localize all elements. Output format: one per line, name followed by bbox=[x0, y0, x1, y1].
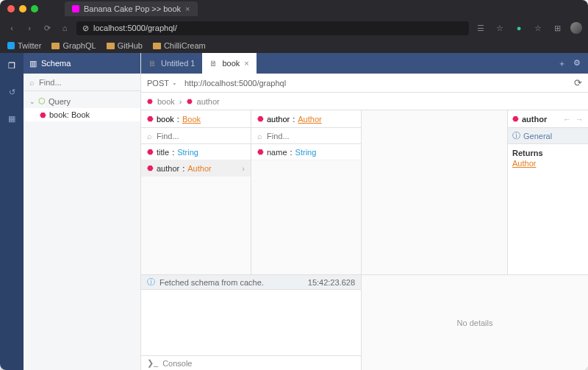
folder-icon bbox=[51, 43, 60, 49]
address-bar[interactable]: ⊘ localhost:5000/graphql/ bbox=[76, 21, 469, 35]
breadcrumb: ⬣ book › ⬣ author bbox=[141, 93, 588, 110]
bookmark-chillicream[interactable]: ChilliCream bbox=[153, 41, 206, 50]
favicon-icon bbox=[72, 5, 79, 13]
column-head-book: ⬣ book: Book bbox=[141, 110, 251, 128]
reload-schema-button[interactable]: ⟳ bbox=[574, 77, 582, 88]
field-icon: ⬣ bbox=[147, 98, 153, 105]
documents-button[interactable]: ❐ bbox=[5, 59, 18, 72]
bookmark-icon[interactable]: ☆ bbox=[532, 22, 544, 34]
inspector-title: author bbox=[522, 115, 560, 124]
close-icon[interactable]: × bbox=[244, 59, 248, 68]
log-timestamp: 15:42:23.628 bbox=[308, 278, 355, 287]
console-tab[interactable]: ❯_ Console bbox=[141, 355, 361, 370]
document-icon: 🗎 bbox=[209, 59, 218, 68]
lock-icon: ⊘ bbox=[82, 24, 89, 33]
browser-tab-title: Banana Cake Pop >> book bbox=[84, 4, 181, 13]
chevron-down-icon: ⌄ bbox=[172, 79, 177, 86]
endpoint-input[interactable] bbox=[184, 79, 567, 88]
crumb-book[interactable]: book bbox=[157, 97, 175, 106]
field-icon: ⬣ bbox=[40, 111, 46, 119]
type-link-book[interactable]: Book bbox=[182, 115, 201, 124]
profile-avatar[interactable] bbox=[570, 22, 582, 34]
field-name[interactable]: ⬣ name: String bbox=[251, 144, 361, 160]
window-close[interactable] bbox=[7, 5, 15, 13]
extension-icon[interactable]: ● bbox=[513, 22, 525, 34]
field-icon: ⬣ bbox=[147, 164, 154, 172]
field-icon: ⬣ bbox=[187, 98, 193, 105]
inspector-forward-button[interactable]: → bbox=[576, 115, 584, 124]
bookmark-twitter[interactable]: Twitter bbox=[7, 41, 41, 50]
field-icon: ⬣ bbox=[147, 148, 154, 156]
returns-label: Returns bbox=[512, 149, 584, 157]
field-icon: ⬣ bbox=[512, 115, 519, 123]
schema-icon: ▥ bbox=[29, 59, 37, 68]
folder-icon bbox=[153, 43, 161, 49]
window-minimize[interactable] bbox=[19, 5, 26, 13]
folder-icon bbox=[107, 43, 115, 49]
tab-book[interactable]: 🗎 book × bbox=[202, 53, 256, 74]
back-button[interactable]: ‹ bbox=[6, 22, 18, 34]
history-button[interactable]: ↺ bbox=[5, 85, 18, 99]
sidebar-header: ▥ Schema bbox=[24, 53, 140, 74]
log-entry: ⓘ Fetched schema from cache. 15:42:23.62… bbox=[141, 275, 361, 290]
search-icon: ⌕ bbox=[257, 132, 262, 140]
sidebar-title: Schema bbox=[41, 59, 71, 68]
chevron-right-icon: › bbox=[242, 164, 245, 173]
chevron-down-icon: ⌄ bbox=[29, 98, 35, 105]
settings-button[interactable]: ⚙ bbox=[573, 58, 581, 69]
type-link-author[interactable]: Author bbox=[298, 115, 321, 124]
chevron-right-icon: › bbox=[179, 97, 182, 106]
url-text: localhost:5000/graphql/ bbox=[93, 24, 177, 32]
star-icon[interactable]: ☆ bbox=[494, 22, 506, 34]
forward-button[interactable]: › bbox=[24, 22, 35, 34]
twitter-icon bbox=[7, 42, 15, 49]
field-icon: ⬣ bbox=[257, 148, 264, 156]
column-search-input[interactable] bbox=[157, 132, 258, 140]
activity-rail: ❐ ↺ ▦ bbox=[0, 53, 24, 370]
document-icon: 🗎 bbox=[148, 59, 157, 68]
method-select[interactable]: POST ⌄ bbox=[147, 79, 177, 88]
query-icon: ⬡ bbox=[38, 96, 46, 106]
details-empty-state: No details bbox=[362, 275, 588, 370]
returns-type-link[interactable]: Author bbox=[512, 159, 584, 168]
bookmark-github[interactable]: GitHub bbox=[107, 41, 143, 50]
bookmark-graphql[interactable]: GraphQL bbox=[51, 41, 96, 50]
reload-button[interactable]: ⟳ bbox=[41, 22, 53, 34]
field-author[interactable]: ⬣ author: Author › bbox=[141, 160, 251, 177]
column-search-input[interactable] bbox=[267, 132, 368, 140]
reader-icon[interactable]: ☰ bbox=[475, 22, 487, 34]
search-icon: ⌕ bbox=[29, 78, 35, 87]
extensions-icon[interactable]: ⊞ bbox=[551, 22, 563, 34]
field-icon: ⬣ bbox=[257, 115, 264, 123]
close-icon[interactable]: × bbox=[185, 4, 190, 13]
window-maximize[interactable] bbox=[31, 5, 38, 13]
tree-root-query[interactable]: ⌄ ⬡ Query bbox=[24, 94, 140, 108]
browser-tab[interactable]: Banana Cake Pop >> book × bbox=[65, 1, 198, 16]
inspector-tab-general[interactable]: ⓘ General bbox=[508, 128, 588, 144]
log-message: Fetched schema from cache. bbox=[159, 278, 264, 287]
column-head-author: ⬣ author: Author bbox=[251, 110, 361, 128]
home-button[interactable]: ⌂ bbox=[59, 22, 71, 34]
tab-untitled[interactable]: 🗎 Untitled 1 bbox=[141, 53, 202, 74]
tree-field-book[interactable]: ⬣ book: Book bbox=[24, 108, 140, 121]
search-icon: ⌕ bbox=[147, 132, 152, 140]
inspector-back-button[interactable]: ← bbox=[563, 115, 571, 124]
console-icon: ❯_ bbox=[147, 358, 158, 368]
sidebar-search-input[interactable] bbox=[39, 78, 140, 87]
field-icon: ⬣ bbox=[147, 115, 154, 123]
info-icon: ⓘ bbox=[512, 130, 520, 141]
crumb-author[interactable]: author bbox=[197, 97, 220, 106]
field-title[interactable]: ⬣ title: String bbox=[141, 144, 251, 160]
add-tab-button[interactable]: ＋ bbox=[558, 58, 566, 69]
info-icon: ⓘ bbox=[147, 277, 155, 288]
schema-button[interactable]: ▦ bbox=[5, 112, 18, 125]
